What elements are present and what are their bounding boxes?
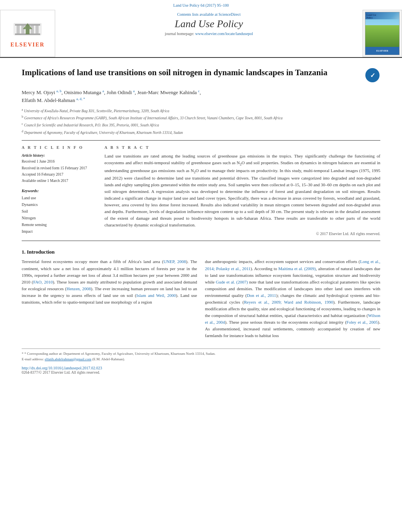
- divider-affiliations: [22, 140, 380, 141]
- email-link[interactable]: elfatih.abdelrahman@gmail.com: [45, 357, 91, 361]
- affil-a: a University of KwaZulu-Natal, Private B…: [22, 108, 380, 114]
- two-col-section: A R T I C L E I N F O Article history: R…: [22, 145, 380, 236]
- abstract-col: A B S T R A C T Land use transitions are…: [104, 145, 380, 236]
- article-info-col: A R T I C L E I N F O Article history: R…: [22, 145, 97, 236]
- article-content: Implications of land use transitions on …: [0, 58, 402, 382]
- elsevier-logo-icon: [12, 19, 43, 41]
- journal-center: Contents lists available at ScienceDirec…: [55, 10, 363, 57]
- keywords-label: Keywords:: [22, 189, 97, 193]
- crossmark-icon: ✓: [365, 67, 380, 83]
- keywords-section: Keywords: Land use Dynamics Soil Nitroge…: [22, 189, 97, 235]
- corresponding-note: * * Corresponding author at: Department …: [22, 351, 380, 357]
- ref-gude-2007[interactable]: Gude et al. (2007): [216, 280, 248, 284]
- sciencedirect-link[interactable]: ScienceDirect: [218, 12, 240, 17]
- affil-c: c Council for Scientific and Industrial …: [22, 122, 380, 128]
- article-info-label: A R T I C L E I N F O: [22, 145, 97, 150]
- cover-title: Land Use Policy: [367, 14, 376, 19]
- elsevier-logo-area: ELSEVIER: [0, 10, 55, 57]
- affil-b: b Governance of Africa's Resources Progr…: [22, 115, 380, 121]
- keyword-impact: Impact: [22, 228, 97, 235]
- journal-top-bar: Land Use Policy 64 (2017) 95–100: [0, 3, 402, 7]
- journal-homepage: journal homepage: www.elsevier.com/locat…: [63, 32, 355, 36]
- footnote-star: *: [22, 352, 24, 356]
- keyword-soil: Soil: [22, 208, 97, 215]
- keyword-remote-sensing: Remote sensing: [22, 221, 97, 228]
- intro-col1-para1: Terrestrial forest ecosystems occupy mor…: [22, 258, 197, 305]
- footnote-section: * * Corresponding author at: Department …: [22, 348, 380, 362]
- section-number: 1.: [22, 249, 26, 255]
- copyright-text: © 2017 Elsevier Ltd. All rights reserved…: [104, 232, 380, 236]
- article-title-row: Implications of land use transitions on …: [22, 67, 380, 83]
- ref-islam-2000[interactable]: Islam and Weil, 2000: [136, 293, 176, 298]
- cover-bottom-text: ELSEVIER: [376, 50, 388, 52]
- keyword-nitrogen: Nitrogen: [22, 215, 97, 221]
- accepted-date: Accepted 16 February 2017: [22, 172, 97, 178]
- keyword-land-use: Land use: [22, 195, 97, 201]
- article-title-text: Implications of land use transitions on …: [22, 67, 328, 78]
- citation-text: Land Use Policy 64 (2017) 95–100: [173, 3, 229, 7]
- doi-link[interactable]: http://dx.doi.org/10.1016/j.landusepol.2…: [22, 366, 102, 370]
- journal-contents-link: Contents lists available at ScienceDirec…: [63, 12, 355, 17]
- ref-fao-2010[interactable]: FAO, 2010: [33, 280, 52, 284]
- article-history: Article history: Received 1 June 2016 Re…: [22, 153, 97, 184]
- issn-text: 0264-8377/© 2017 Elsevier Ltd. All right…: [22, 371, 100, 374]
- ref-henzen-2008[interactable]: Henzen, 2008: [67, 286, 91, 291]
- received-date: Received 1 June 2016: [22, 159, 97, 165]
- ref-unep-2008[interactable]: UNEP, 2008: [164, 259, 186, 264]
- revised-date: Received in revised form 15 February 201…: [22, 165, 97, 171]
- page: Land Use Policy 64 (2017) 95–100: [0, 0, 402, 532]
- svg-rect-5: [35, 25, 39, 33]
- doi-section: http://dx.doi.org/10.1016/j.landusepol.2…: [22, 366, 380, 374]
- abstract-text: Land use transitions are rated among the…: [104, 153, 380, 228]
- two-col-body: Terrestrial forest ecosystems occupy mor…: [22, 258, 380, 342]
- ref-foley-2005[interactable]: Foley et al., 2005: [346, 320, 378, 324]
- divider-abstract: [22, 241, 380, 241]
- corresponding-text: * Corresponding author at: Department of…: [24, 352, 216, 356]
- svg-text:✓: ✓: [370, 72, 375, 79]
- ref-don-2011[interactable]: Don et al., 2011: [247, 293, 276, 298]
- journal-title: Land Use Policy: [63, 18, 355, 30]
- keyword-dynamics: Dynamics: [22, 201, 97, 208]
- available-date: Available online 1 March 2017: [22, 178, 97, 184]
- intro-col1: Terrestrial forest ecosystems occupy mor…: [22, 258, 197, 342]
- email-name: (E.M. Abdel-Rahman).: [92, 357, 125, 361]
- elsevier-brand-text: ELSEVIER: [11, 42, 45, 48]
- intro-col2-para1: due anthropogenic impacts, affect ecosys…: [205, 258, 380, 339]
- affiliations: a University of KwaZulu-Natal, Private B…: [22, 108, 380, 136]
- section-title: Introduction: [27, 249, 55, 255]
- ref-maitima-2009[interactable]: Maitima et al. (2009): [278, 266, 316, 271]
- journal-cover-area: Land Use Policy ELSEVIER: [363, 10, 402, 57]
- svg-rect-1: [17, 25, 20, 33]
- journal-header: Land Use Policy 64 (2017) 95–100: [0, 0, 402, 58]
- email-label: E-mail address:: [22, 357, 44, 361]
- ref-reyers-2009[interactable]: Reyers et al., 2009; Ward and Robinson, …: [244, 300, 333, 304]
- affil-d: d Department of Agronomy, Faculty of Agr…: [22, 129, 380, 135]
- abstract-label: A B S T R A C T: [104, 145, 380, 150]
- cover-image: Land Use Policy ELSEVIER: [365, 12, 400, 55]
- authors-line: Mercy M. Ojoyi a, b, Onisimo Mutanga a, …: [22, 89, 380, 104]
- journal-main-row: ELSEVIER Contents lists available at Sci…: [0, 10, 402, 57]
- homepage-url[interactable]: www.elsevier.com/locate/landusepol: [195, 32, 253, 36]
- introduction-heading: 1. Introduction: [22, 249, 380, 255]
- intro-col2: due anthropogenic impacts, affect ecosys…: [205, 258, 380, 342]
- email-line: E-mail address: elfatih.abdelrahman@gmai…: [22, 357, 380, 362]
